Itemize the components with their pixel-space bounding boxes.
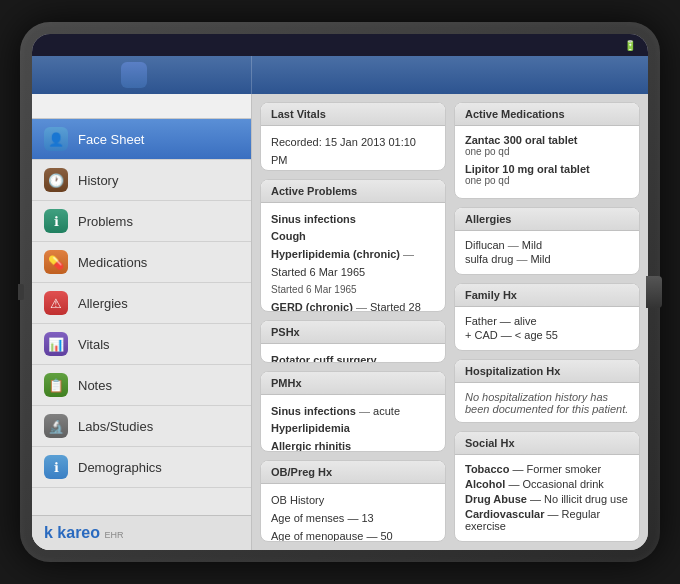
problem-item: Rotator cuff surgery: [271, 352, 435, 363]
section-header-active-medications: Active Medications: [455, 103, 639, 126]
problem-item: Sinus infections — acute: [271, 403, 435, 421]
section-active-problems: Active Problems Sinus infections Cough H…: [260, 179, 446, 312]
ipad-frame: 🔋: [20, 22, 660, 562]
section-header-family-hx: Family Hx: [455, 284, 639, 307]
sidebar-item-medications[interactable]: 💊 Medications: [32, 242, 251, 283]
section-header-hospitalization-hx: Hospitalization Hx: [455, 360, 639, 383]
right-column: Active Medications Zantac 300 oral table…: [454, 102, 640, 542]
vitals-icon: 📊: [44, 332, 68, 356]
problem-item: Cough: [271, 228, 435, 246]
nav-left: [32, 56, 252, 94]
labs-studies-icon: 🔬: [44, 414, 68, 438]
sidebar-nav: 👤 Face Sheet 🕐 History ℹ Problems 💊 Medi…: [32, 119, 251, 515]
section-header-active-problems: Active Problems: [261, 180, 445, 203]
problem-item: Hyperlipidemia (chronic) — Started 6 Mar…: [271, 246, 435, 299]
ob-item: Age of menopause — 50: [271, 528, 435, 542]
medications-label: Medications: [78, 255, 147, 270]
patient-info: [32, 94, 251, 119]
face-sheet-icon: 👤: [44, 127, 68, 151]
section-hospitalization-hx: Hospitalization Hx No hospitalization hi…: [454, 359, 640, 423]
allergies-icon: ⚠: [44, 291, 68, 315]
family-item: + CAD — < age 55: [465, 329, 629, 341]
sidebar-item-history[interactable]: 🕐 History: [32, 160, 251, 201]
section-body-last-vitals: Recorded: 15 Jan 2013 01:10 PMBP: 120/80…: [261, 126, 445, 171]
sidebar-item-face-sheet[interactable]: 👤 Face Sheet: [32, 119, 251, 160]
logo-text: k kareo: [44, 524, 100, 541]
med-dose: one po qd: [465, 175, 629, 186]
vitals-label: Vitals: [78, 337, 110, 352]
problem-item: Hyperlipidemia: [271, 420, 435, 438]
med-item: Zantac 300 oral tablet one po qd: [465, 134, 629, 157]
sidebar-item-notes[interactable]: 📋 Notes: [32, 365, 251, 406]
vital-line: BP: 120/80 mmHg: [271, 169, 435, 171]
medications-icon: 💊: [44, 250, 68, 274]
home-nav-btn[interactable]: [121, 62, 147, 88]
ipad-screen: 🔋: [32, 34, 648, 550]
home-button[interactable]: [646, 276, 662, 308]
sidebar-item-vitals[interactable]: 📊 Vitals: [32, 324, 251, 365]
demographics-label: Demographics: [78, 460, 162, 475]
problem-item: Allergic rhinitis: [271, 438, 435, 452]
section-body-pshx: Rotator cuff surgery: [261, 344, 445, 363]
social-item: Alcohol — Occasional drink: [465, 478, 629, 490]
section-family-hx: Family Hx Father — alive + CAD — < age 5…: [454, 283, 640, 351]
social-item: Cardiovascular — Regular exercise: [465, 508, 629, 532]
section-pshx: PSHx Rotator cuff surgery: [260, 320, 446, 363]
med-name: Lipitor 10 mg oral tablet: [465, 163, 629, 175]
notes-icon: 📋: [44, 373, 68, 397]
top-nav: [32, 56, 648, 94]
section-body-pmhx: Sinus infections — acute Hyperlipidemia …: [261, 395, 445, 453]
section-body-active-problems: Sinus infections Cough Hyperlipidemia (c…: [261, 203, 445, 312]
social-item: Drug Abuse — No illicit drug use: [465, 493, 629, 505]
sidebar-item-labs-studies[interactable]: 🔬 Labs/Studies: [32, 406, 251, 447]
section-body-family-hx: Father — alive + CAD — < age 55: [455, 307, 639, 351]
med-item: Lipitor 10 mg oral tablet one po qd: [465, 163, 629, 186]
section-body-allergies: Diflucan — Mild sulfa drug — Mild: [455, 231, 639, 275]
hosp-text: No hospitalization history has been docu…: [465, 391, 629, 415]
problem-item: Sinus infections: [271, 211, 435, 229]
section-social-hx: Social Hx Tobacco — Former smoker Alcoho…: [454, 431, 640, 542]
section-body-ob-preg-hx: OB HistoryAge of menses — 13Age of menop…: [261, 484, 445, 542]
problems-label: Problems: [78, 214, 133, 229]
sidebar-item-problems[interactable]: ℹ Problems: [32, 201, 251, 242]
volume-button: [18, 284, 24, 300]
social-item: Tobacco — Former smoker: [465, 463, 629, 475]
sidebar-item-allergies[interactable]: ⚠ Allergies: [32, 283, 251, 324]
problem-item: GERD (chronic) — Started 28 Dec 2000 Sta…: [271, 299, 435, 312]
battery-icon: 🔋: [624, 40, 636, 51]
notes-label: Notes: [78, 378, 112, 393]
section-header-pmhx: PMHx: [261, 372, 445, 395]
med-name: Zantac 300 oral tablet: [465, 134, 629, 146]
sidebar-logo: k kareo EHR: [32, 515, 251, 550]
section-header-pshx: PSHx: [261, 321, 445, 344]
main-panel: Last Vitals Recorded: 15 Jan 2013 01:10 …: [252, 94, 648, 550]
sidebar-item-demographics[interactable]: ℹ Demographics: [32, 447, 251, 488]
left-column: Last Vitals Recorded: 15 Jan 2013 01:10 …: [260, 102, 446, 542]
allergy-item: sulfa drug — Mild: [465, 253, 629, 265]
logo-sub: EHR: [105, 530, 124, 540]
vital-line: Recorded: 15 Jan 2013 01:10 PM: [271, 134, 435, 169]
ob-item: Age of menses — 13: [271, 510, 435, 528]
ob-header: OB History: [271, 492, 435, 510]
section-header-allergies: Allergies: [455, 208, 639, 231]
demographics-icon: ℹ: [44, 455, 68, 479]
face-sheet-label: Face Sheet: [78, 132, 145, 147]
section-active-medications: Active Medications Zantac 300 oral table…: [454, 102, 640, 199]
status-right: 🔋: [620, 40, 636, 51]
med-dose: one po qd: [465, 146, 629, 157]
section-body-social-hx: Tobacco — Former smoker Alcohol — Occasi…: [455, 455, 639, 542]
section-header-ob-preg-hx: OB/Preg Hx: [261, 461, 445, 484]
history-icon: 🕐: [44, 168, 68, 192]
section-header-last-vitals: Last Vitals: [261, 103, 445, 126]
section-last-vitals: Last Vitals Recorded: 15 Jan 2013 01:10 …: [260, 102, 446, 171]
status-bar: 🔋: [32, 34, 648, 56]
main-content: 👤 Face Sheet 🕐 History ℹ Problems 💊 Medi…: [32, 94, 648, 550]
labs-studies-label: Labs/Studies: [78, 419, 153, 434]
section-pmhx: PMHx Sinus infections — acute Hyperlipid…: [260, 371, 446, 453]
allergy-item: Diflucan — Mild: [465, 239, 629, 251]
section-ob-preg-hx: OB/Preg Hx OB HistoryAge of menses — 13A…: [260, 460, 446, 542]
history-label: History: [78, 173, 118, 188]
problems-icon: ℹ: [44, 209, 68, 233]
section-body-hospitalization-hx: No hospitalization history has been docu…: [455, 383, 639, 423]
family-item: Father — alive: [465, 315, 629, 327]
